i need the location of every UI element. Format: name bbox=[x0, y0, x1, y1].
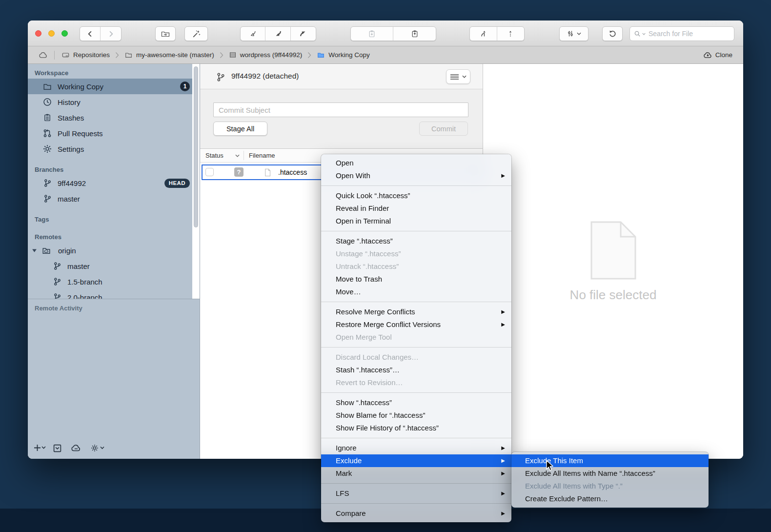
menu-item-quick-look[interactable]: Quick Look “.htaccess” bbox=[321, 189, 511, 202]
sidebar-branch-9ff44992[interactable]: 9ff44992 HEAD bbox=[28, 175, 200, 191]
menu-item-open-in-terminal[interactable]: Open in Terminal bbox=[321, 215, 511, 227]
menu-separator bbox=[321, 302, 511, 302]
git-branch-icon bbox=[51, 277, 63, 286]
stash-group bbox=[350, 26, 436, 41]
menu-item-move-to-trash[interactable]: Move to Trash bbox=[321, 273, 511, 286]
submenu-arrow-icon: ▶ bbox=[501, 487, 505, 500]
search-field[interactable] bbox=[629, 26, 734, 41]
gear-icon bbox=[41, 144, 53, 153]
chevron-right-icon bbox=[220, 52, 223, 59]
menu-item-resolve-merge-conflicts[interactable]: Resolve Merge Conflicts▶ bbox=[321, 306, 511, 318]
commit-header: 9ff44992 (detached) bbox=[200, 64, 483, 89]
submenu-arrow-icon: ▶ bbox=[501, 454, 505, 467]
hamburger-icon bbox=[450, 74, 459, 80]
fetch-arrow-icon bbox=[249, 30, 257, 38]
clone-button[interactable]: Clone bbox=[703, 51, 732, 59]
forward-button[interactable] bbox=[101, 27, 121, 41]
menu-item-show-blame[interactable]: Show Blame for “.htaccess” bbox=[321, 409, 511, 422]
show-in-finder-button[interactable] bbox=[155, 26, 176, 41]
menu-item-lfs[interactable]: LFS▶ bbox=[321, 487, 511, 500]
context-menu: Open Open With▶ Quick Look “.htaccess” R… bbox=[321, 154, 511, 522]
chevron-down-icon bbox=[577, 32, 581, 35]
git-branch-icon bbox=[41, 194, 53, 203]
menu-item-discard-local-changes: Discard Local Changes… bbox=[321, 351, 511, 364]
commit-button: Commit bbox=[419, 122, 468, 136]
refresh-button[interactable] bbox=[602, 26, 623, 41]
chevron-down-icon[interactable] bbox=[235, 154, 240, 157]
menu-item-open-with[interactable]: Open With▶ bbox=[321, 169, 511, 182]
column-header-status[interactable]: Status bbox=[205, 152, 223, 159]
gear-menu-button[interactable] bbox=[90, 444, 105, 452]
menu-item-show[interactable]: Show “.htaccess” bbox=[321, 396, 511, 409]
sidebar-remote-branch-1-5[interactable]: 1.5-branch bbox=[28, 274, 200, 289]
commit-subject-input[interactable] bbox=[213, 102, 468, 117]
back-button[interactable] bbox=[80, 27, 101, 41]
submenu-item-exclude-this-item[interactable]: Exclude This Item bbox=[511, 454, 709, 467]
stash-save-button[interactable] bbox=[351, 27, 393, 41]
sidebar-item-settings[interactable]: Settings bbox=[28, 141, 200, 157]
menu-item-exclude[interactable]: Exclude▶ bbox=[321, 454, 511, 467]
zoom-window-button[interactable] bbox=[61, 30, 68, 37]
menu-item-reveal-in-finder[interactable]: Reveal in Finder bbox=[321, 202, 511, 215]
cloud-icon[interactable] bbox=[39, 51, 48, 59]
sidebar-remote-branch-2-0[interactable]: 2.0-branch bbox=[28, 289, 200, 299]
scrollbar-thumb[interactable] bbox=[194, 66, 198, 227]
chevron-right-icon bbox=[307, 52, 311, 59]
document-icon bbox=[264, 168, 272, 177]
breadcrumb-submodule[interactable]: wordpress (9ff44992) bbox=[229, 51, 302, 59]
close-window-button[interactable] bbox=[35, 30, 41, 37]
menu-item-compare[interactable]: Compare▶ bbox=[321, 507, 511, 520]
breadcrumb-repo[interactable]: my-awesome-site (master) bbox=[124, 51, 214, 59]
menu-separator bbox=[321, 438, 511, 438]
history-nav-group bbox=[80, 26, 122, 41]
view-options-button[interactable] bbox=[446, 69, 470, 84]
stage-checkbox[interactable] bbox=[205, 168, 214, 176]
quick-actions-button[interactable] bbox=[184, 26, 208, 41]
sidebar-item-history[interactable]: History bbox=[28, 94, 200, 110]
breadcrumb-repositories[interactable]: Repositories bbox=[61, 51, 110, 59]
stage-all-button[interactable]: Stage All bbox=[213, 122, 267, 136]
sidebar-branch-master[interactable]: master bbox=[28, 191, 200, 206]
menu-separator bbox=[321, 185, 511, 186]
sidebar-remote-branch-master[interactable]: master bbox=[28, 258, 200, 274]
breadcrumb-label: Working Copy bbox=[328, 51, 370, 59]
menu-item-show-file-history[interactable]: Show File History of “.htaccess” bbox=[321, 422, 511, 434]
submenu-arrow-icon: ▶ bbox=[501, 467, 505, 480]
rebase-icon-button[interactable] bbox=[497, 27, 525, 41]
sidebar-item-working-copy[interactable]: Working Copy 1 bbox=[28, 79, 200, 94]
pull-button[interactable] bbox=[265, 27, 290, 41]
push-button[interactable] bbox=[291, 27, 316, 41]
menu-item-move[interactable]: Move… bbox=[321, 286, 511, 298]
merge-button[interactable] bbox=[470, 27, 497, 41]
minimize-window-button[interactable] bbox=[48, 30, 55, 37]
search-input[interactable] bbox=[649, 30, 722, 38]
stash-apply-button[interactable] bbox=[393, 27, 436, 41]
submenu-arrow-icon: ▶ bbox=[501, 306, 505, 318]
sidebar-scrollbar[interactable] bbox=[192, 64, 200, 299]
menu-item-restore-merge-conflict-versions[interactable]: Restore Merge Conflict Versions▶ bbox=[321, 318, 511, 331]
tray-icon-button[interactable] bbox=[53, 444, 62, 453]
sidebar-scroll-area: Workspace Working Copy 1 History Stashes… bbox=[28, 64, 200, 299]
git-flow-button[interactable] bbox=[559, 26, 588, 41]
folder-blue-icon bbox=[317, 51, 325, 59]
menu-item-ignore[interactable]: Ignore▶ bbox=[321, 442, 511, 454]
sidebar-remote-origin[interactable]: origin bbox=[28, 243, 200, 258]
git-branch-icon bbox=[51, 293, 63, 299]
sidebar-item-pull-requests[interactable]: Pull Requests bbox=[28, 125, 200, 141]
submenu-item-exclude-all-with-name[interactable]: Exclude All Items with Name “.htaccess” bbox=[511, 467, 709, 480]
sidebar-item-label: Settings bbox=[58, 145, 84, 153]
sidebar: Workspace Working Copy 1 History Stashes… bbox=[28, 64, 200, 459]
breadcrumb-working-copy[interactable]: Working Copy bbox=[317, 51, 370, 59]
menu-item-open[interactable]: Open bbox=[321, 157, 511, 169]
menu-item-stage[interactable]: Stage “.htaccess” bbox=[321, 235, 511, 247]
sidebar-bottom-bar bbox=[28, 439, 200, 459]
menu-item-mark[interactable]: Mark▶ bbox=[321, 467, 511, 480]
cloud-service-button[interactable] bbox=[71, 444, 81, 452]
column-header-filename[interactable]: Filename bbox=[249, 152, 275, 159]
sidebar-item-stashes[interactable]: Stashes bbox=[28, 110, 200, 125]
menu-item-stash[interactable]: Stash “.htaccess”… bbox=[321, 364, 511, 376]
add-button[interactable] bbox=[34, 444, 46, 452]
submenu-item-create-exclude-pattern[interactable]: Create Exclude Pattern… bbox=[511, 492, 709, 505]
disclosure-triangle-icon[interactable] bbox=[32, 248, 37, 253]
fetch-button[interactable] bbox=[241, 27, 265, 41]
